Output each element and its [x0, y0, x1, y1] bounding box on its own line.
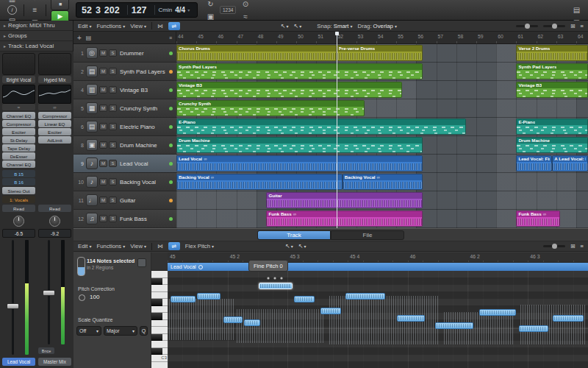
pitch-correction-knob[interactable] — [79, 294, 85, 301]
stop-button[interactable]: ■ — [51, 0, 69, 10]
eq-thumbnail[interactable] — [2, 85, 35, 104]
flex-pitch-note[interactable] — [294, 296, 315, 302]
solo-button[interactable]: S — [109, 86, 117, 93]
record-enable-dot[interactable] — [169, 199, 173, 202]
groups-inspector-header[interactable]: ▸ Groups — [0, 31, 74, 41]
region-chorus-drums[interactable]: Chorus Drums — [176, 45, 337, 61]
input-slot[interactable]: ≈ — [2, 104, 35, 110]
piano-key[interactable] — [151, 327, 168, 334]
flex-pitch-note[interactable] — [244, 319, 260, 326]
region-vintage-b3[interactable]: Vintage B3 — [176, 82, 402, 98]
flex-pitch-note-area[interactable] — [168, 271, 588, 368]
piano-black-key[interactable] — [151, 299, 162, 306]
note-pads-icon[interactable]: ▤ — [570, 4, 583, 16]
editor-bar-ruler[interactable]: 4545 245 345 44646 246 3 — [168, 252, 588, 263]
track-lane-drum-machine[interactable]: Drum MachineDrum Machine — [176, 136, 588, 155]
mute-button[interactable]: M — [99, 123, 107, 130]
mute-button[interactable]: M — [99, 215, 107, 222]
piano-keyboard[interactable]: C3 — [151, 271, 168, 368]
patch-name[interactable]: Hyped Mix — [38, 76, 71, 83]
plugin-slot-compressor[interactable]: Compressor — [2, 120, 35, 127]
pan-knob[interactable] — [38, 214, 71, 227]
view-menu[interactable]: View▾ — [130, 243, 146, 250]
region-vintage-b3[interactable]: Vintage B3 — [516, 82, 588, 98]
automation-mode-button[interactable]: Read — [2, 205, 35, 212]
edit-menu[interactable]: Edit▾ — [78, 23, 91, 29]
catch-playhead-icon[interactable]: ⊞ — [570, 243, 576, 250]
plugin-slot-tape-delay[interactable]: Tape Delay — [2, 144, 35, 152]
track-header-crunchy-synth[interactable]: 5▦MSCrunchy Synth — [74, 99, 176, 118]
auto-track-zoom-icon[interactable]: ≡ — [580, 23, 584, 29]
track-lane-vintage-b3[interactable]: Vintage B3Vintage B3 — [176, 81, 588, 99]
send-slot-b-16[interactable]: B 16 — [2, 178, 35, 185]
channel-strip-setting-button[interactable] — [38, 53, 71, 75]
library-icon[interactable]: ▥ — [5, 0, 19, 5]
flex-pitch-note[interactable] — [320, 308, 341, 314]
plugin-slot-st-delay[interactable]: St-Delay — [2, 136, 35, 144]
flex-pitch-note[interactable] — [553, 315, 584, 322]
pan-knob[interactable] — [2, 214, 35, 227]
count-in-badge[interactable]: 1234 — [220, 6, 236, 14]
record-enable-dot[interactable] — [169, 162, 173, 166]
record-enable-dot[interactable] — [169, 70, 173, 74]
flex-mode-icon[interactable]: ⇌ — [168, 242, 180, 250]
pitch-drift-handle[interactable] — [267, 277, 270, 280]
piano-key[interactable] — [151, 320, 168, 328]
record-enable-dot[interactable] — [169, 144, 173, 147]
solo-button[interactable]: S — [109, 178, 117, 185]
send-slot-b-15[interactable]: B 15 — [2, 170, 35, 177]
flex-mode-icon[interactable]: ⇌ — [168, 22, 180, 30]
region-synth-pad-layers[interactable]: Synth Pad Layers — [176, 63, 423, 79]
region-lead-vocal[interactable]: Lead Vocal∞ — [176, 155, 423, 171]
region-synth-pad-layers[interactable]: Synth Pad Layers — [516, 63, 588, 79]
piano-black-key[interactable] — [151, 313, 162, 320]
volume-readout[interactable]: -9.2 — [38, 229, 71, 238]
cycle-icon[interactable]: ↻ — [204, 0, 217, 10]
tab-track[interactable]: Track — [257, 230, 331, 240]
flex-pitch-note[interactable] — [397, 315, 425, 322]
command-click-tool-menu[interactable]: ↖▾ — [294, 23, 302, 29]
inspector-icon[interactable]: i — [7, 5, 17, 15]
record-enable-dot[interactable] — [169, 88, 173, 92]
mute-button[interactable]: M — [99, 160, 107, 167]
left-click-tool-menu[interactable]: ↖▾ — [281, 23, 289, 29]
quantize-button[interactable]: Q — [140, 326, 148, 336]
piano-key[interactable] — [151, 306, 168, 314]
track-header-vintage-b3[interactable]: 4▥MSVintage B3 — [74, 81, 176, 99]
lcd-display[interactable]: 52 3 202 127 Cmin 4/4 ▾ — [76, 2, 198, 18]
track-header-guitar[interactable]: 11♩MSGuitar — [74, 191, 176, 210]
edit-menu[interactable]: Edit▾ — [78, 243, 91, 250]
solo-button[interactable]: S — [109, 215, 117, 222]
region-guitar[interactable]: Guitar — [266, 192, 422, 208]
volume-fader[interactable] — [38, 238, 71, 346]
pitch-drift-handle[interactable] — [273, 277, 276, 280]
bounce-button[interactable]: Bnce — [38, 347, 54, 354]
scale-type-select[interactable]: Major▾ — [104, 326, 137, 336]
mute-button[interactable]: M — [99, 178, 107, 185]
track-lane-crunchy-synth[interactable]: Crunchy Synth — [176, 99, 588, 118]
editor-region-header[interactable]: Lead Vocal — [168, 263, 588, 271]
track-header-drummer[interactable]: 1◎MSDrummer — [74, 44, 176, 63]
record-enable-dot[interactable] — [169, 125, 173, 129]
tuner-icon[interactable]: ⊙ — [239, 0, 251, 10]
solo-button[interactable]: S — [109, 49, 117, 57]
track-header-electric-piano[interactable]: 6▤MSElectric Piano — [74, 118, 176, 136]
region-settings-button[interactable] — [137, 258, 146, 267]
piano-black-key[interactable] — [151, 348, 162, 355]
eq-thumbnail[interactable] — [38, 85, 71, 104]
region-inspector-header[interactable]: ▸ Region: MIDI Thru — [0, 21, 74, 31]
mute-button[interactable]: M — [99, 197, 107, 204]
solo-button[interactable]: S — [109, 160, 117, 167]
region-lead-vocal-final-com[interactable]: Lead Vocal: Final Com — [516, 155, 552, 171]
region-e-piano[interactable]: E-Piano — [516, 118, 588, 135]
flex-pitch-note[interactable] — [223, 316, 243, 323]
record-enable-dot[interactable] — [169, 52, 173, 55]
flex-pitch-note[interactable] — [345, 293, 385, 300]
drag-menu[interactable]: Drag:Overlap▾ — [358, 23, 397, 29]
flex-pitch-note[interactable] — [479, 309, 516, 316]
functions-menu[interactable]: Functions▾ — [96, 243, 125, 250]
piano-key[interactable] — [151, 271, 168, 278]
region-verse-2-drums[interactable]: Verse 2 Drums — [516, 45, 588, 61]
plugin-slot-exciter[interactable]: Exciter — [38, 128, 71, 135]
scale-root-select[interactable]: Off▾ — [76, 326, 101, 336]
